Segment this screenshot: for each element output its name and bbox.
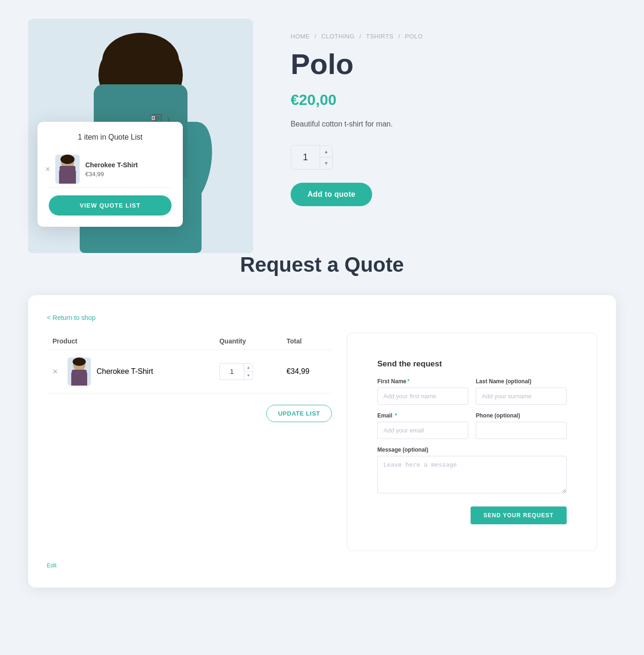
popup-item: ✕ Cherokee T-Shirt €34,99 xyxy=(49,151,172,188)
send-request-form: Send the request First Name* Last Name (… xyxy=(362,346,582,537)
table-product-name: Cherokee T-Shirt xyxy=(97,367,153,376)
svg-point-10 xyxy=(125,87,133,96)
add-to-quote-button[interactable]: Add to quote xyxy=(291,183,372,206)
popup-item-image xyxy=(55,155,80,184)
quantity-arrows: ▲ ▼ xyxy=(320,146,332,169)
table-cell-product: ✕ Cherokee xyxy=(47,350,214,394)
table-remove-button[interactable]: ✕ xyxy=(52,368,62,375)
svg-point-26 xyxy=(73,357,86,366)
last-name-label: Last Name (optional) xyxy=(476,378,567,385)
product-info: HOME / CLOTHING / TSHIRTS / POLO Polo €2… xyxy=(291,19,616,206)
breadcrumb-tshirts[interactable]: TSHIRTS xyxy=(366,33,394,40)
col-total: Total xyxy=(281,333,332,350)
quantity-value: 1 xyxy=(291,152,320,163)
send-request-title: Send the request xyxy=(377,359,567,369)
quantity-wrapper: 1 ▲ ▼ xyxy=(291,145,616,170)
breadcrumb-sep3: / xyxy=(398,33,400,40)
message-label: Message (optional) xyxy=(377,447,567,453)
product-description: Beautiful cotton t-shirt for man. xyxy=(291,118,616,130)
quote-form-area: < Return to shop Product Quantity Total xyxy=(28,295,616,588)
first-name-label: First Name* xyxy=(377,378,468,385)
table-qty-value: 1 xyxy=(220,368,244,375)
breadcrumb-sep1: / xyxy=(315,33,316,40)
name-row: First Name* Last Name (optional) xyxy=(377,378,567,405)
contact-row: Email * Phone (optional) xyxy=(377,412,567,439)
message-group: Message (optional) xyxy=(377,447,567,493)
product-price: €20,00 xyxy=(291,91,616,109)
email-group: Email * xyxy=(377,412,468,439)
return-to-shop-link[interactable]: < Return to shop xyxy=(47,314,597,321)
request-quote-section: Request a Quote < Return to shop Product… xyxy=(28,253,616,588)
email-label: Email * xyxy=(377,412,468,419)
phone-group: Phone (optional) xyxy=(476,412,567,439)
table-cell-quantity: 1 ▲ ▼ xyxy=(214,350,281,394)
popup-title: 1 item in Quote List xyxy=(49,133,172,141)
breadcrumb-sep2: / xyxy=(359,33,361,40)
table-cell-total: €34,99 xyxy=(281,350,332,394)
table-qty-decrease[interactable]: ▼ xyxy=(244,372,253,380)
phone-label: Phone (optional) xyxy=(476,412,567,419)
breadcrumb-home[interactable]: HOME xyxy=(291,33,310,40)
col-quantity: Quantity xyxy=(214,333,281,350)
send-request-panel: Send the request First Name* Last Name (… xyxy=(347,333,597,551)
bottom-layout: Product Quantity Total ✕ xyxy=(47,333,597,551)
send-request-button[interactable]: SEND YOUR REQUEST xyxy=(471,506,567,524)
request-quote-title: Request a Quote xyxy=(28,253,616,276)
view-quote-list-button[interactable]: VIEW QUOTE LIST xyxy=(49,195,172,216)
last-name-group: Last Name (optional) xyxy=(476,378,567,405)
popup-item-remove[interactable]: ✕ xyxy=(45,166,51,172)
table-qty-increase[interactable]: ▲ xyxy=(244,364,253,372)
table-row: ✕ Cherokee xyxy=(47,350,332,394)
svg-point-5 xyxy=(98,49,136,101)
email-input[interactable] xyxy=(377,422,468,439)
quantity-increase[interactable]: ▲ xyxy=(320,146,332,158)
breadcrumb: HOME / CLOTHING / TSHIRTS / POLO xyxy=(291,33,616,40)
quote-table: Product Quantity Total ✕ xyxy=(47,333,332,394)
svg-point-11 xyxy=(149,87,156,96)
quantity-input-box[interactable]: 1 ▲ ▼ xyxy=(291,145,333,170)
table-qty-input[interactable]: 1 ▲ ▼ xyxy=(219,363,253,380)
breadcrumb-polo[interactable]: POLO xyxy=(405,33,423,40)
quote-popup: 1 item in Quote List ✕ Cherokee T-Shirt … xyxy=(37,122,183,227)
svg-point-6 xyxy=(145,49,183,101)
last-name-input[interactable] xyxy=(476,387,567,405)
table-qty-arrows: ▲ ▼ xyxy=(244,364,253,380)
phone-input[interactable] xyxy=(476,422,567,439)
product-title: Polo xyxy=(291,48,616,80)
popup-item-info: Cherokee T-Shirt €34,99 xyxy=(85,161,172,178)
message-textarea[interactable] xyxy=(377,456,567,493)
message-row: Message (optional) xyxy=(377,447,567,493)
col-product: Product xyxy=(47,333,214,350)
quote-list-panel: Product Quantity Total ✕ xyxy=(47,333,332,430)
first-name-group: First Name* xyxy=(377,378,468,405)
quantity-decrease[interactable]: ▼ xyxy=(320,157,332,169)
first-name-input[interactable] xyxy=(377,387,468,405)
edit-link[interactable]: Edit xyxy=(47,562,597,569)
breadcrumb-clothing[interactable]: CLOTHING xyxy=(321,33,354,40)
popup-item-price: €34,99 xyxy=(85,171,172,178)
svg-point-23 xyxy=(60,155,75,164)
table-product-cell: ✕ Cherokee xyxy=(52,357,208,386)
popup-item-name: Cherokee T-Shirt xyxy=(85,161,172,169)
table-product-image xyxy=(67,357,91,386)
update-list-button[interactable]: UPDATE LIST xyxy=(266,405,332,422)
